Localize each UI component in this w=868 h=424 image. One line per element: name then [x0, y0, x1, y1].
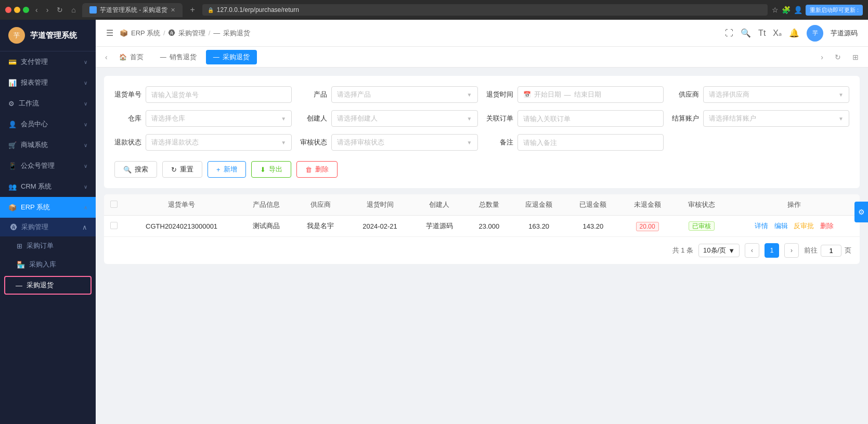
tab-next-button[interactable]: ›	[817, 50, 827, 64]
url-bar[interactable]: 🔒 127.0.0.1/erp/purchase/return	[202, 4, 768, 16]
restart-button[interactable]: 重新启动即可更新 :	[806, 5, 863, 16]
header-checkbox[interactable]	[110, 201, 118, 208]
pagination: 共 1 条 10条/页 ▼ ‹ 1 › 前往 页	[104, 237, 860, 264]
font-size-icon[interactable]: Tt	[758, 29, 766, 38]
table-row: CGTH20240213000001 测试商品 我是名宇 2024-02-21 …	[104, 216, 860, 237]
sidebar-item-mp[interactable]: 📱 公众号管理 ∨	[0, 155, 96, 176]
cell-refunded: 143.20	[566, 216, 620, 237]
next-page-button[interactable]: ›	[784, 243, 799, 258]
page-size-select[interactable]: 10条/页 ▼	[698, 244, 740, 257]
breadcrumb-erp[interactable]: ERP 系统	[131, 29, 160, 38]
action-row: 🔍 搜索 ↻ 重置 + 新增 ⬇ 导出	[114, 158, 849, 178]
translate-icon[interactable]: Xₐ	[773, 28, 782, 38]
goto-input[interactable]	[821, 245, 841, 257]
tabbar: ‹ 🏠 首页 — 销售退货 — 采购退货 › ↻ ⊞	[96, 47, 868, 68]
delete-button[interactable]: 🗑 删除	[296, 161, 338, 178]
goto-label: 前往	[804, 246, 818, 255]
tab-refresh-button[interactable]: ↻	[831, 50, 845, 64]
home-button[interactable]: ⌂	[69, 5, 77, 15]
sidebar-item-purchase-inbound[interactable]: 🏪 采购入库	[0, 255, 96, 274]
supplier-select-placeholder: 请选择供应商	[709, 90, 749, 99]
page-1-button[interactable]: 1	[765, 243, 779, 258]
tab-home[interactable]: 🏠 首页	[112, 50, 151, 64]
reset-button[interactable]: ↻ 重置	[162, 161, 202, 178]
refund-status-select[interactable]: 请选择退款状态 ▼	[146, 134, 292, 151]
browser-tab[interactable]: 芋道管理系统 - 采购退货 ✕	[82, 3, 183, 17]
sidebar-item-purchase-return[interactable]: — 采购退货	[4, 276, 92, 295]
sidebar-item-report[interactable]: 📊 报表管理 ∨	[0, 72, 96, 93]
creator-select[interactable]: 请选择创建人 ▼	[331, 110, 477, 127]
bell-icon[interactable]: 🔔	[789, 28, 799, 38]
table-body: CGTH20240213000001 测试商品 我是名宇 2024-02-21 …	[104, 216, 860, 237]
sidebar-item-purchase-mgmt[interactable]: 🅐 采购管理 ∧	[0, 218, 96, 236]
close-dot[interactable]	[5, 7, 11, 13]
chevron-down-icon: ∨	[84, 184, 87, 190]
breadcrumb-purchase[interactable]: 采购管理	[178, 29, 205, 38]
filter-creator: 创建人 请选择创建人 ▼	[300, 110, 477, 127]
chevron-down-icon: ∨	[84, 142, 87, 148]
col-header-creator: 创建人	[412, 194, 467, 216]
profile-icon[interactable]: 👤	[794, 6, 802, 14]
return-no-input[interactable]	[146, 86, 292, 103]
sidebar-item-crm[interactable]: 👥 CRM 系统 ∨	[0, 176, 96, 197]
add-button[interactable]: + 新增	[208, 161, 246, 178]
cell-operation: 详情 编辑 反审批 删除	[729, 216, 860, 237]
audit-status-select[interactable]: 请选择审核状态 ▼	[331, 134, 477, 151]
delete-link[interactable]: 删除	[820, 222, 834, 230]
search-button[interactable]: 🔍 搜索	[114, 161, 157, 178]
content-area: 退货单号 产品 请选择产品 ▼ 退货时间 📅	[96, 68, 868, 424]
star-icon[interactable]: ☆	[772, 6, 779, 14]
search-icon[interactable]: 🔍	[741, 28, 751, 38]
filter-related-order-label: 关联订单	[486, 114, 513, 123]
new-tab-button[interactable]: +	[187, 5, 198, 15]
row-checkbox[interactable]	[110, 222, 118, 229]
tab-grid-button[interactable]: ⊞	[848, 50, 863, 64]
mall-icon: 🛒	[8, 141, 17, 149]
warehouse-select[interactable]: 请选择仓库 ▼	[146, 110, 292, 127]
reload-button[interactable]: ↻	[55, 5, 65, 15]
row-checkbox-col	[104, 216, 124, 237]
tab-prev-button[interactable]: ‹	[101, 50, 112, 64]
extensions-icon[interactable]: 🧩	[782, 6, 791, 14]
fullscreen-dot[interactable]	[23, 7, 29, 13]
tab-close-icon[interactable]: ✕	[171, 7, 175, 14]
sidebar-item-payment[interactable]: 💳 支付管理 ∨	[0, 51, 96, 72]
chevron-down-icon: ∨	[84, 122, 87, 127]
purchase-return-tab-icon: —	[213, 54, 219, 61]
crm-icon: 👥	[8, 183, 17, 191]
detail-link[interactable]: 详情	[755, 222, 768, 230]
topbar-username[interactable]: 芋道源码	[831, 29, 858, 38]
fullscreen-icon[interactable]: ⛶	[725, 29, 733, 38]
edit-link[interactable]: 编辑	[774, 222, 788, 230]
remark-input[interactable]	[517, 134, 664, 151]
supplier-select-arrow: ▼	[838, 92, 844, 98]
minimize-dot[interactable]	[14, 7, 20, 13]
supplier-select[interactable]: 请选择供应商 ▼	[703, 86, 849, 103]
topbar-avatar[interactable]: 芋	[807, 25, 823, 42]
prev-page-button[interactable]: ‹	[745, 243, 759, 258]
product-select[interactable]: 请选择产品 ▼	[331, 86, 477, 103]
tab-sales-return[interactable]: — 销售退货	[153, 50, 204, 64]
reverse-audit-link[interactable]: 反审批	[794, 222, 814, 230]
related-order-input[interactable]	[517, 110, 664, 127]
delete-btn-icon: 🗑	[305, 166, 312, 174]
date-separator: —	[564, 91, 571, 99]
date-range-picker[interactable]: 📅 开始日期 — 结束日期	[517, 86, 664, 103]
breadcrumb-sep-dash: —	[213, 29, 220, 37]
filter-remark-label: 备注	[486, 138, 513, 147]
sidebar-item-workflow[interactable]: ⚙ 工作流 ∨	[0, 93, 96, 114]
menu-toggle-icon[interactable]: ☰	[106, 28, 113, 38]
sidebar-item-mall[interactable]: 🛒 商城系统 ∨	[0, 135, 96, 155]
tab-purchase-return[interactable]: — 采购退货	[206, 50, 257, 64]
forward-button[interactable]: ›	[44, 5, 51, 15]
account-select[interactable]: 请选择结算账户 ▼	[703, 110, 849, 127]
sidebar-item-member[interactable]: 👤 会员中心 ∨	[0, 114, 96, 135]
settings-gear-button[interactable]: ⚙	[854, 202, 868, 222]
export-button[interactable]: ⬇ 导出	[251, 161, 291, 178]
purchase-order-icon: ⊞	[17, 242, 22, 250]
sidebar-item-erp[interactable]: 📦 ERP 系统 ∧	[0, 197, 96, 218]
tab-favicon	[89, 6, 97, 14]
sidebar-item-purchase-order[interactable]: ⊞ 采购订单	[0, 236, 96, 255]
reset-btn-label: 重置	[180, 165, 193, 174]
back-button[interactable]: ‹	[33, 5, 40, 15]
